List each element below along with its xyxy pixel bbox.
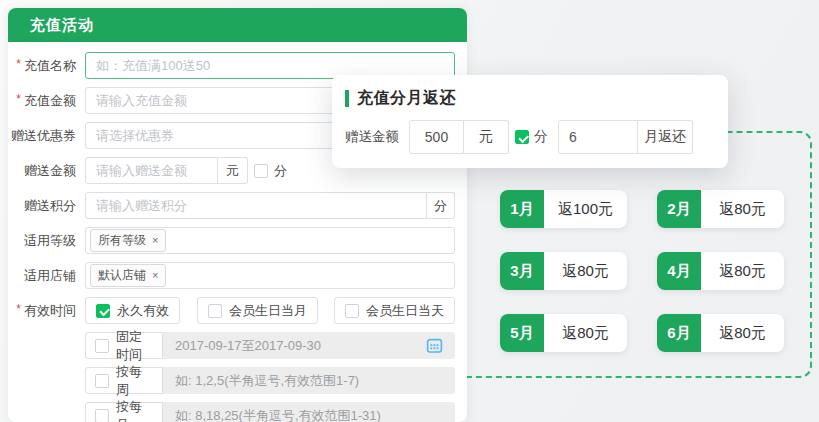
month-badge: 3月 xyxy=(500,252,544,290)
month-return-amount: 返80元 xyxy=(701,190,784,228)
unit-fen-addon: 分 xyxy=(427,192,455,219)
required-asterisk: * xyxy=(16,302,21,316)
title-accent-bar xyxy=(345,90,349,107)
months-return-addon: 月返还 xyxy=(638,120,693,154)
month-return-card: 5月 返80元 xyxy=(500,314,627,352)
by-month-checkbox[interactable]: 按每月 xyxy=(85,402,163,422)
dialog-title: 充值分月返还 xyxy=(357,88,456,109)
form-row-by-week: 按每周 如: 1,2,5(半角逗号,有效范围1-7) xyxy=(8,367,455,394)
month-return-card: 3月 返80元 xyxy=(500,252,627,290)
checkbox-icon[interactable] xyxy=(96,304,110,318)
monthly-return-cards: 1月 返100元 2月 返80元 3月 返80元 4月 返80元 5月 返80元… xyxy=(500,190,784,352)
overlay-amount-input[interactable]: 500 xyxy=(409,120,464,154)
checkbox-icon[interactable] xyxy=(95,339,109,353)
month-badge: 2月 xyxy=(657,190,701,228)
month-return-amount: 返80元 xyxy=(701,252,784,290)
page-title: 充值活动 xyxy=(30,16,94,35)
month-return-amount: 返80元 xyxy=(544,252,627,290)
recharge-activity-panel: 充值活动 * 充值名称 如：充值满100送50 * 充值金额 请输入充值金额 赠… xyxy=(8,8,467,422)
calendar-icon[interactable] xyxy=(426,337,443,354)
form-row-applicable-shop: 适用店铺 默认店铺 × xyxy=(8,262,455,289)
checkbox-icon[interactable] xyxy=(345,304,359,318)
monthly-return-dialog: 充值分月返还 赠送金额 500 元 分 6 月返还 xyxy=(332,75,728,168)
gift-amount-fen-checkbox[interactable]: 分 xyxy=(254,157,287,184)
month-return-card: 6月 返80元 xyxy=(657,314,784,352)
form-row-fixed-time: 固定时间 2017-09-17至2017-09-30 xyxy=(8,332,455,359)
gift-amount-input[interactable]: 请输入赠送金额 xyxy=(85,157,218,184)
month-badge: 1月 xyxy=(500,190,544,228)
by-month-pattern-field: 如: 8,18,25(半角逗号,有效范围1-31) xyxy=(163,402,455,422)
valid-option-birthday-day[interactable]: 会员生日当天 xyxy=(334,297,455,324)
shop-tag[interactable]: 默认店铺 × xyxy=(90,264,166,287)
valid-option-birthday-month[interactable]: 会员生日当月 xyxy=(197,297,318,324)
dialog-controls-row: 赠送金额 500 元 分 6 月返还 xyxy=(345,120,714,154)
field-label xyxy=(8,402,85,422)
gift-points-input[interactable]: 请输入赠送积分 xyxy=(85,192,427,219)
checkbox-icon[interactable] xyxy=(95,409,109,422)
unit-yuan-addon: 元 xyxy=(218,157,248,184)
by-week-pattern-field: 如: 1,2,5(半角逗号,有效范围1-7) xyxy=(163,367,455,394)
checkbox-icon[interactable] xyxy=(208,304,222,318)
field-label xyxy=(8,332,85,359)
month-return-card: 1月 返100元 xyxy=(500,190,627,228)
required-asterisk: * xyxy=(16,92,21,106)
field-label: * 充值名称 xyxy=(8,52,85,79)
month-badge: 4月 xyxy=(657,252,701,290)
month-return-card: 4月 返80元 xyxy=(657,252,784,290)
field-label: 适用店铺 xyxy=(8,262,85,289)
fixed-time-checkbox[interactable]: 固定时间 xyxy=(85,332,163,359)
form-row-by-month: 按每月 如: 8,18,25(半角逗号,有效范围1-31) xyxy=(8,402,455,422)
level-tag[interactable]: 所有等级 × xyxy=(90,229,166,252)
tag-remove-icon[interactable]: × xyxy=(152,270,158,281)
by-week-checkbox[interactable]: 按每周 xyxy=(85,367,163,394)
checkbox-icon[interactable] xyxy=(95,374,109,388)
tag-remove-icon[interactable]: × xyxy=(152,235,158,246)
field-label: * 充值金额 xyxy=(8,87,85,114)
month-return-amount: 返100元 xyxy=(544,190,627,228)
form-row-valid-time: * 有效时间 永久有效 会员生日当月 会员生日当天 xyxy=(8,297,455,324)
applicable-shop-select[interactable]: 默认店铺 × xyxy=(85,262,455,289)
month-badge: 6月 xyxy=(657,314,701,352)
fixed-time-range-field: 2017-09-17至2017-09-30 xyxy=(163,332,455,359)
checkbox-icon[interactable] xyxy=(254,164,268,178)
month-return-amount: 返80元 xyxy=(701,314,784,352)
month-return-card: 2月 返80元 xyxy=(657,190,784,228)
overlay-fen-checkbox[interactable]: 分 xyxy=(515,120,548,154)
field-label: 赠送积分 xyxy=(8,192,85,219)
applicable-level-select[interactable]: 所有等级 × xyxy=(85,227,455,254)
unit-yuan-addon: 元 xyxy=(464,120,509,154)
panel-header: 充值活动 xyxy=(8,8,467,42)
date-range-value: 2017-09-17至2017-09-30 xyxy=(175,337,321,355)
field-label: 赠送金额 xyxy=(8,157,85,184)
field-label: 赠送金额 xyxy=(345,120,409,154)
dialog-title-row: 充值分月返还 xyxy=(345,88,714,109)
form-row-gift-points: 赠送积分 请输入赠送积分 分 xyxy=(8,192,455,219)
valid-option-permanent[interactable]: 永久有效 xyxy=(85,297,180,324)
checkbox-icon[interactable] xyxy=(515,130,529,144)
field-label xyxy=(8,367,85,394)
form-row-applicable-level: 适用等级 所有等级 × xyxy=(8,227,455,254)
overlay-months-input[interactable]: 6 xyxy=(558,120,638,154)
month-badge: 5月 xyxy=(500,314,544,352)
field-label: * 有效时间 xyxy=(8,297,85,324)
month-return-amount: 返80元 xyxy=(544,314,627,352)
field-label: 适用等级 xyxy=(8,227,85,254)
field-label: 赠送优惠券 xyxy=(8,122,85,149)
required-asterisk: * xyxy=(16,57,21,71)
